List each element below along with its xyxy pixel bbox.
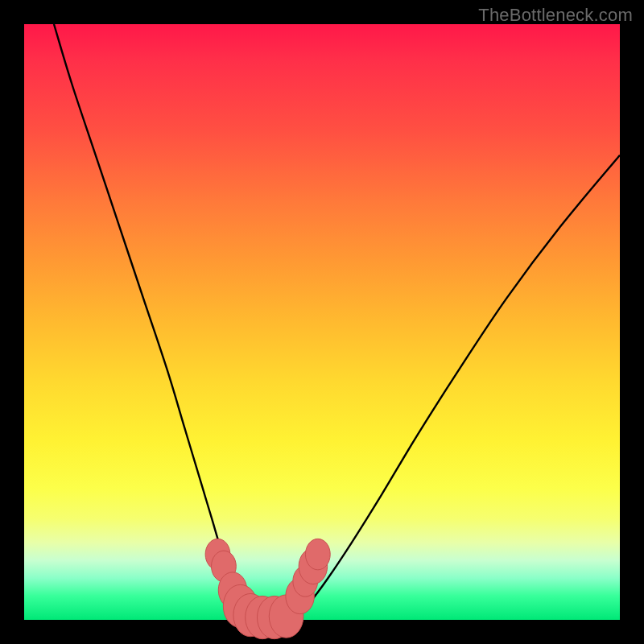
- curve-left: [54, 24, 250, 615]
- chart-plot-area: [24, 24, 620, 620]
- chart-svg: [24, 24, 620, 620]
- curve-marker: [305, 539, 330, 569]
- markers-group: [205, 539, 330, 638]
- curve-right: [298, 155, 620, 613]
- watermark-text: TheBottleneck.com: [478, 5, 633, 26]
- chart-frame: TheBottleneck.com: [0, 0, 644, 644]
